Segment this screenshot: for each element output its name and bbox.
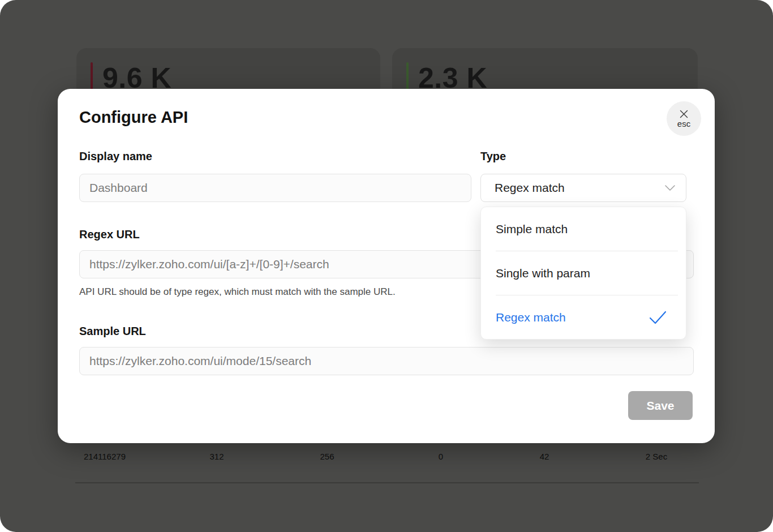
table-cell-id: 214116279 [84,452,126,461]
table-cell: 256 [320,452,334,461]
regex-url-label: Regex URL [79,228,140,241]
table-cell: 0 [439,452,443,461]
type-select[interactable]: Regex match [480,174,686,202]
type-label: Type [480,150,506,163]
close-button[interactable]: esc [667,101,701,136]
sample-url-input[interactable] [79,347,694,375]
option-label: Single with param [496,267,675,280]
dropdown-option-simple-match[interactable]: Simple match [481,207,686,251]
dropdown-option-regex-match[interactable]: Regex match [481,295,686,339]
checkmark-icon [649,311,667,324]
type-dropdown-menu: Simple match Single with param Regex mat… [480,207,686,340]
display-name-label: Display name [79,150,152,163]
close-icon [679,109,689,119]
type-select-value: Regex match [495,181,664,195]
regex-url-helper-text: API URL should be of type regex, which m… [79,286,396,298]
table-row-divider [75,482,699,483]
configure-api-modal: Configure API esc Display name Type Rege… [58,89,715,443]
table-row: 214116279 312 256 0 42 2 Sec [0,452,773,465]
modal-title: Configure API [79,108,188,127]
display-name-input[interactable] [79,174,471,202]
option-label: Regex match [496,311,649,324]
table-cell: 42 [540,452,549,461]
dropdown-option-single-with-param[interactable]: Single with param [481,251,686,295]
chevron-down-icon [664,185,676,191]
option-label: Simple match [496,222,675,236]
table-cell: 312 [209,452,224,461]
esc-label: esc [677,119,690,128]
save-button[interactable]: Save [628,391,693,420]
sample-url-label: Sample URL [79,325,146,338]
table-cell-response-time: 2 Sec [646,452,667,461]
screen: 9.6 K 2.3 K 214116279 312 256 0 42 2 Sec… [0,0,773,532]
